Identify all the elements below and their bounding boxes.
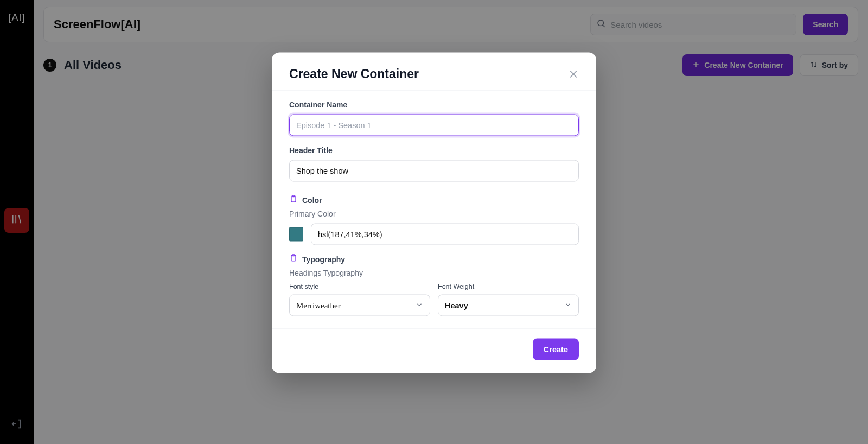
container-name-label: Container Name bbox=[289, 100, 579, 109]
modal-create-button[interactable]: Create bbox=[533, 339, 579, 360]
chevron-down-icon bbox=[564, 301, 572, 310]
header-title-label: Header Title bbox=[289, 146, 579, 155]
primary-color-swatch[interactable] bbox=[289, 227, 303, 242]
typography-section-label: Typography bbox=[289, 254, 579, 264]
font-weight-value: Heavy bbox=[445, 301, 468, 310]
container-name-input[interactable] bbox=[289, 115, 579, 136]
header-title-input[interactable] bbox=[289, 160, 579, 182]
primary-color-label: Primary Color bbox=[289, 210, 579, 218]
color-section-label: Color bbox=[289, 195, 579, 205]
modal-close-button[interactable] bbox=[568, 68, 579, 79]
modal-title: Create New Container bbox=[289, 67, 568, 81]
chevron-down-icon bbox=[416, 301, 423, 310]
clipboard-icon bbox=[289, 254, 298, 264]
font-weight-select[interactable]: Heavy bbox=[438, 295, 579, 316]
typography-section-text: Typography bbox=[302, 255, 345, 263]
create-container-modal: Create New Container Container Name Head… bbox=[272, 53, 596, 373]
font-style-value: Merriweather bbox=[296, 301, 341, 310]
headings-typography-label: Headings Typography bbox=[289, 269, 579, 277]
clipboard-icon bbox=[289, 195, 298, 205]
primary-color-input[interactable] bbox=[311, 224, 579, 245]
font-style-select[interactable]: Merriweather bbox=[289, 295, 430, 316]
font-style-label: Font style bbox=[289, 283, 430, 290]
font-weight-label: Font Weight bbox=[438, 283, 579, 290]
color-section-text: Color bbox=[302, 195, 322, 204]
close-icon bbox=[568, 72, 579, 81]
